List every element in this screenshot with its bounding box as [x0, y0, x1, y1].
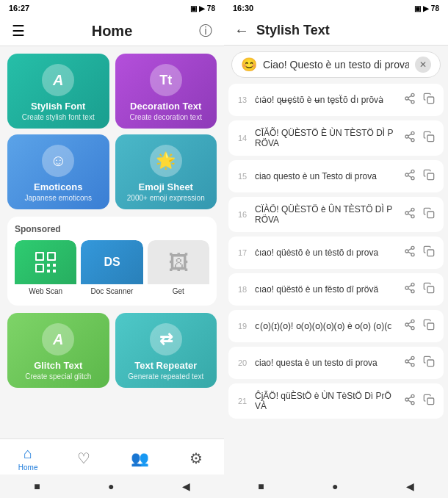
svg-line-61 [408, 400, 412, 403]
svg-point-24 [411, 177, 414, 180]
result-actions [402, 167, 436, 185]
web-scan-img [15, 240, 76, 284]
decoration-text-subtitle: Create decoration text [130, 113, 202, 121]
glitch-text-subtitle: Create special glitch [25, 372, 91, 380]
sponsored-card-doc-scanner[interactable]: DS Doc Scanner [81, 240, 142, 298]
svg-line-20 [408, 134, 412, 136]
copy-button[interactable] [422, 317, 436, 335]
search-clear-button[interactable]: ✕ [415, 57, 431, 73]
svg-rect-57 [427, 360, 434, 367]
result-actions [402, 91, 436, 109]
svg-line-32 [408, 210, 412, 212]
copy-button[interactable] [422, 244, 436, 261]
stylish-font-title: Stylish Font [31, 101, 85, 112]
feature-card-emoji-sheet[interactable]: 🌟 Emoji Sheet 2000+ emoji expression [115, 134, 217, 209]
share-button[interactable] [402, 354, 417, 372]
emoticons-subtitle: Japanese emoticons [24, 194, 92, 202]
svg-rect-8 [47, 270, 50, 273]
svg-point-17 [405, 135, 408, 138]
svg-rect-7 [53, 264, 56, 267]
share-button[interactable] [402, 91, 417, 109]
svg-point-52 [411, 356, 414, 359]
copy-button[interactable] [422, 129, 436, 147]
android-circle-right[interactable]: ● [332, 480, 338, 492]
svg-rect-33 [427, 212, 434, 218]
result-text: CÏÀÖ! QÜÈSTÖ è ÛN TÈSTÖ DÌ PRÖVA [255, 204, 397, 225]
result-num: 21 [236, 397, 249, 405]
copy-button[interactable] [422, 167, 436, 185]
sponsored-card-get[interactable]: 🖼 Get [148, 240, 209, 298]
copy-button[interactable] [422, 354, 436, 372]
decoration-text-icon: Tt [150, 64, 182, 96]
result-actions [402, 281, 436, 298]
settings-nav-icon: ⚙ [189, 450, 203, 467]
feature-card-glitch-text[interactable]: A Glitch Text Create special glitch [7, 313, 109, 388]
right-panel: 16:30 ▣ ▶ 78 ← Stylish Text 😊 ✕ 13 ċıȧo!… [224, 0, 448, 498]
result-actions [402, 354, 436, 372]
get-img: 🖼 [148, 240, 209, 284]
left-header: ☰ Home ⓘ [0, 16, 224, 46]
copy-button[interactable] [422, 91, 436, 109]
svg-point-11 [405, 97, 408, 100]
right-status-bar: 16:30 ▣ ▶ 78 [224, 0, 448, 16]
left-status-bar: 16:27 ▣ ▶ 78 [0, 0, 224, 16]
android-circle-left[interactable]: ● [108, 480, 114, 492]
web-scan-label: Web Scan [27, 284, 64, 298]
share-button[interactable] [402, 317, 417, 335]
emoji-sheet-title: Emoji Sheet [139, 181, 193, 192]
svg-point-53 [405, 360, 408, 363]
nav-item-community[interactable]: 👥 [112, 445, 168, 472]
emoticons-icon: ☺ [42, 145, 74, 177]
share-button[interactable] [402, 167, 417, 185]
nav-item-favorites[interactable]: ♡ [56, 445, 112, 472]
feature-card-stylish-font[interactable]: A Stylish Font Create stylish font text [7, 54, 109, 129]
bottom-nav: ⌂ Home ♡ 👥 ⚙ [0, 439, 224, 474]
menu-icon[interactable]: ☰ [12, 22, 25, 40]
svg-line-26 [408, 172, 412, 174]
svg-point-42 [411, 290, 414, 293]
share-button[interactable] [402, 281, 417, 298]
feature-card-text-repeater[interactable]: ⇄ Text Repeater Generate repeated text [115, 313, 217, 388]
left-status-time: 16:27 [9, 4, 29, 12]
result-text: ciao! questa è un testo di prova [255, 358, 397, 368]
svg-rect-5 [37, 265, 43, 271]
nav-item-settings[interactable]: ⚙ [168, 445, 224, 472]
nav-item-home[interactable]: ⌂ Home [0, 445, 56, 472]
share-button[interactable] [402, 392, 417, 410]
results-list: 13 ċıȧo! qʉȩṡtō è ʉn tȩsẗō ḋı prōvȧ 14 C… [224, 84, 448, 474]
svg-point-48 [411, 327, 414, 330]
result-item: 14 CĨĂÕ! QÜÈSTÖ È ÙN TÈSTÖ DÌ PRÖVA [228, 120, 444, 156]
svg-point-46 [411, 320, 414, 322]
copy-button[interactable] [422, 206, 436, 223]
share-button[interactable] [402, 129, 417, 147]
search-bar: 😊 ✕ [231, 51, 441, 78]
share-button[interactable] [402, 244, 417, 261]
android-back-right[interactable]: ◀ [406, 480, 414, 492]
sponsored-label: Sponsored [15, 224, 209, 234]
android-square-right[interactable]: ■ [258, 480, 264, 492]
svg-line-25 [408, 176, 412, 178]
left-content: A Stylish Font Create stylish font text … [0, 46, 224, 439]
back-icon[interactable]: ← [234, 22, 249, 39]
feature-card-emoticons[interactable]: ☺ Emoticons Japanese emoticons [7, 134, 109, 209]
svg-point-22 [411, 170, 414, 173]
left-panel: 16:27 ▣ ▶ 78 ☰ Home ⓘ A Stylish Font Cre… [0, 0, 224, 498]
search-input[interactable] [263, 59, 409, 71]
bottom-feature-grid: A Glitch Text Create special glitch ⇄ Te… [7, 313, 217, 388]
feature-grid: A Stylish Font Create stylish font text … [7, 54, 217, 209]
result-num: 13 [236, 95, 249, 104]
stylish-font-subtitle: Create stylish font text [22, 113, 95, 121]
sponsored-card-web-scan[interactable]: Web Scan [15, 240, 76, 298]
glitch-text-icon: A [42, 323, 74, 356]
info-icon[interactable]: ⓘ [199, 22, 212, 40]
feature-card-decoration-text[interactable]: Tt Decoration Text Create decoration tex… [115, 54, 217, 129]
result-actions [402, 244, 436, 261]
copy-button[interactable] [422, 281, 436, 298]
right-android-nav: ■ ● ◀ [224, 474, 448, 498]
copy-button[interactable] [422, 392, 436, 410]
result-num: 17 [236, 248, 249, 257]
android-square-left[interactable]: ■ [34, 480, 40, 492]
share-button[interactable] [402, 206, 417, 223]
android-back-left[interactable]: ◀ [182, 480, 190, 492]
result-item: 13 ċıȧo! qʉȩṡtō è ʉn tȩsẗō ḋı prōvȧ [228, 84, 444, 116]
